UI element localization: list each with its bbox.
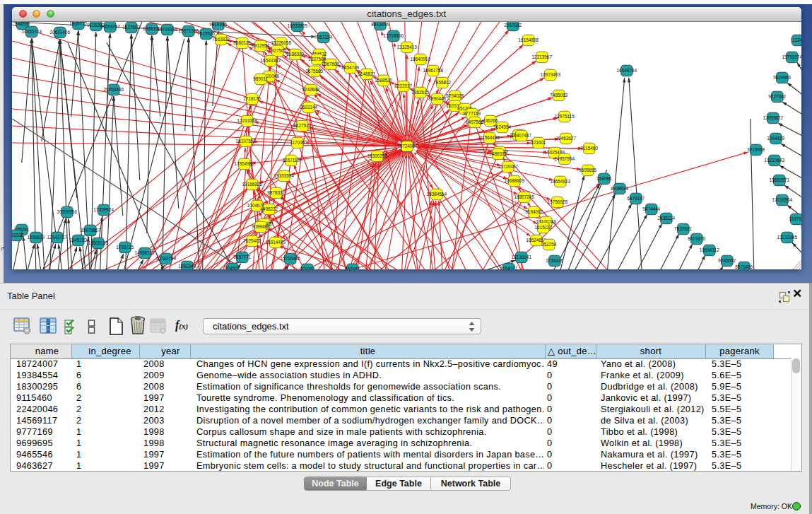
svg-text:8186323: 8186323 xyxy=(286,52,304,57)
svg-text:9115460: 9115460 xyxy=(580,146,598,151)
svg-text:9810345: 9810345 xyxy=(209,22,227,27)
svg-text:9329966: 9329966 xyxy=(773,75,791,80)
svg-text:16671385: 16671385 xyxy=(178,28,199,33)
svg-text:14958107: 14958107 xyxy=(134,250,155,255)
svg-text:8938923: 8938923 xyxy=(611,186,628,191)
svg-text:15226058: 15226058 xyxy=(271,40,291,45)
svg-text:111243: 111243 xyxy=(790,37,801,42)
svg-text:924501: 924501 xyxy=(225,266,240,269)
svg-text:1164021: 1164021 xyxy=(500,266,517,269)
svg-text:19353594: 19353594 xyxy=(273,173,294,178)
svg-text:19166825: 19166825 xyxy=(242,182,262,187)
svg-text:9474444: 9474444 xyxy=(642,206,660,211)
svg-text:12942757: 12942757 xyxy=(47,235,67,240)
svg-text:7663822: 7663822 xyxy=(212,37,230,42)
svg-text:10210643: 10210643 xyxy=(764,158,784,163)
svg-text:16782759: 16782759 xyxy=(155,256,176,261)
svg-text:18300295: 18300295 xyxy=(367,153,387,158)
svg-text:7632621: 7632621 xyxy=(674,226,692,231)
svg-text:1145193: 1145193 xyxy=(69,238,87,243)
svg-text:14957594: 14957594 xyxy=(554,156,575,161)
svg-text:13218506: 13218506 xyxy=(383,33,404,38)
svg-text:4498222: 4498222 xyxy=(260,206,278,211)
svg-text:7625402: 7625402 xyxy=(243,238,261,243)
svg-text:10688609: 10688609 xyxy=(504,178,524,183)
svg-text:9327508: 9327508 xyxy=(308,57,326,62)
svg-text:12975115: 12975115 xyxy=(554,114,574,119)
svg-text:16154808: 16154808 xyxy=(518,37,539,42)
svg-text:9242848: 9242848 xyxy=(302,87,319,92)
svg-text:1935772: 1935772 xyxy=(69,22,87,26)
svg-text:989011: 989011 xyxy=(253,76,268,81)
svg-text:15692971: 15692971 xyxy=(769,177,789,182)
svg-text:1244419: 1244419 xyxy=(767,136,784,141)
svg-text:848555: 848555 xyxy=(15,22,30,26)
svg-text:15751074: 15751074 xyxy=(782,54,801,59)
svg-text:8878332: 8878332 xyxy=(267,190,285,195)
svg-text:16033809: 16033809 xyxy=(287,23,307,28)
svg-text:621601: 621601 xyxy=(531,140,546,145)
svg-text:12505135: 12505135 xyxy=(88,240,108,245)
svg-text:1733426: 1733426 xyxy=(546,258,563,263)
svg-text:8912954: 8912954 xyxy=(252,43,269,48)
svg-text:6879197: 6879197 xyxy=(627,196,645,201)
svg-text:3215958: 3215958 xyxy=(747,147,765,152)
svg-text:1362615: 1362615 xyxy=(411,90,429,95)
svg-text:8322037: 8322037 xyxy=(394,83,412,88)
svg-text:9327505: 9327505 xyxy=(269,48,286,53)
svg-text:116753: 116753 xyxy=(789,216,801,221)
svg-text:39975867: 39975867 xyxy=(80,228,100,233)
svg-text:14055724: 14055724 xyxy=(21,29,42,34)
svg-text:164095: 164095 xyxy=(596,176,612,181)
svg-text:16961758: 16961758 xyxy=(423,68,443,73)
svg-text:12210345: 12210345 xyxy=(777,235,797,240)
svg-text:16543362: 16543362 xyxy=(260,58,281,63)
svg-text:18724007: 18724007 xyxy=(397,144,418,148)
svg-text:8975406: 8975406 xyxy=(735,264,753,269)
svg-text:10807487: 10807487 xyxy=(511,133,531,138)
svg-text:19756928: 19756928 xyxy=(547,199,567,204)
svg-text:9699695: 9699695 xyxy=(579,168,596,173)
svg-text:8471676: 8471676 xyxy=(688,236,705,241)
svg-text:1588520: 1588520 xyxy=(375,78,392,83)
svg-text:8454749: 8454749 xyxy=(341,65,359,70)
svg-text:1795725: 1795725 xyxy=(116,245,134,250)
svg-text:2718170: 2718170 xyxy=(243,96,261,101)
svg-text:9146821: 9146821 xyxy=(358,71,375,76)
svg-text:6794028: 6794028 xyxy=(446,93,464,98)
svg-text:7485063: 7485063 xyxy=(550,93,567,98)
svg-text:1292344: 1292344 xyxy=(178,264,196,269)
svg-text:17854982: 17854982 xyxy=(234,161,254,166)
svg-text:8813054: 8813054 xyxy=(371,22,389,27)
svg-text:12213369: 12213369 xyxy=(237,118,257,123)
svg-text:20691406: 20691406 xyxy=(49,30,70,35)
svg-text:9227342: 9227342 xyxy=(768,94,786,99)
svg-text:3267110: 3267110 xyxy=(282,158,300,163)
svg-text:17359924: 17359924 xyxy=(93,207,114,212)
svg-text:10654112: 10654112 xyxy=(699,247,719,252)
svg-text:7955812: 7955812 xyxy=(433,80,451,85)
svg-text:2087682: 2087682 xyxy=(504,23,522,28)
svg-text:252254: 252254 xyxy=(541,242,557,247)
svg-text:1527602: 1527602 xyxy=(122,25,140,30)
svg-text:19654923: 19654923 xyxy=(550,179,570,184)
svg-text:18640910: 18640910 xyxy=(410,57,430,62)
svg-text:7957224: 7957224 xyxy=(314,35,332,40)
svg-text:16107552: 16107552 xyxy=(235,139,256,144)
svg-text:12213967: 12213967 xyxy=(531,54,552,59)
svg-text:8990448: 8990448 xyxy=(428,96,446,101)
svg-text:1156829: 1156829 xyxy=(27,235,45,240)
svg-text:9184067: 9184067 xyxy=(525,209,543,214)
svg-text:3675685: 3675685 xyxy=(305,69,323,74)
svg-text:2935114: 2935114 xyxy=(657,216,675,221)
svg-text:20206556: 20206556 xyxy=(57,209,77,214)
svg-text:9777169: 9777169 xyxy=(463,111,481,116)
svg-text:10973493: 10973493 xyxy=(540,72,560,77)
svg-text:16648784: 16648784 xyxy=(616,68,637,73)
svg-text:8660125: 8660125 xyxy=(233,40,251,45)
svg-text:15716485: 15716485 xyxy=(280,256,300,261)
svg-text:7515526: 7515526 xyxy=(197,31,215,36)
svg-text:13136141: 13136141 xyxy=(511,255,531,259)
svg-text:21564436: 21564436 xyxy=(479,135,500,140)
svg-text:3624554: 3624554 xyxy=(493,124,511,129)
